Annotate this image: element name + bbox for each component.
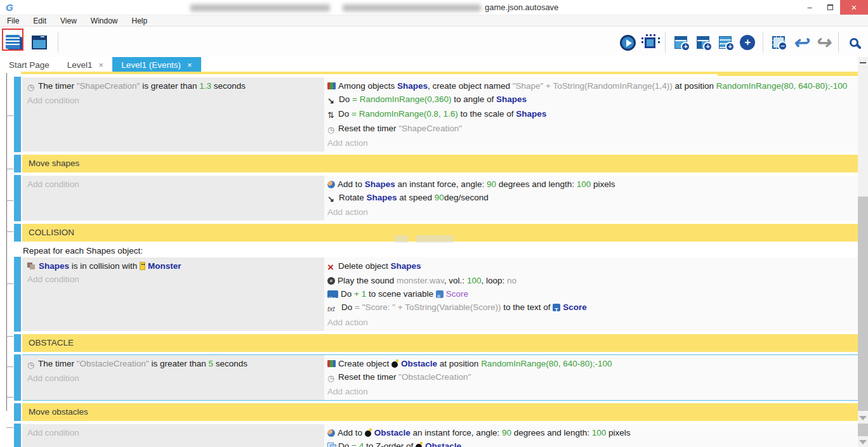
event-drag-handle[interactable] <box>14 257 21 332</box>
preview-play-icon[interactable] <box>619 33 636 52</box>
condition-row[interactable]: Shapes is in collision with Monster <box>22 259 324 273</box>
action-row[interactable]: Do = RandomInRange(0,360) to angle of Sh… <box>324 93 858 107</box>
undo-glyph: ↩ <box>793 34 808 51</box>
create-icon <box>327 82 336 89</box>
foreach-header[interactable]: Repeat for each Shapes object: <box>23 245 858 257</box>
action-row[interactable]: Do = RandomInRange(0.8, 1.6) to the scal… <box>324 107 858 122</box>
add-condition-row[interactable]: Add condition <box>22 426 324 439</box>
action-row[interactable]: Rotate Shapes at speed 90deg/second <box>324 191 858 205</box>
event-tree-rail <box>6 73 7 411</box>
vertical-scrollbar[interactable] <box>858 57 868 447</box>
comment-event[interactable]: OBSTACLE <box>14 334 858 352</box>
app-logo-icon: G <box>6 2 13 13</box>
action-row[interactable]: Among objects Shapes, create object name… <box>324 79 858 93</box>
add-event-icon[interactable]: + <box>672 33 690 52</box>
add-subevent-glyph: + <box>697 36 709 49</box>
restore-button[interactable] <box>820 0 840 15</box>
event-drag-handle[interactable] <box>14 155 21 172</box>
menu-item-edit[interactable]: Edit <box>26 16 53 25</box>
add-action-row[interactable]: Add action <box>324 205 858 219</box>
add-condition-row[interactable]: Add condition <box>22 178 324 191</box>
menu-item-help[interactable]: Help <box>125 16 155 25</box>
action-row[interactable]: Play the sound monster.wav, vol.: 100, l… <box>324 274 858 287</box>
action-row[interactable]: Do + 1 to scene variable Score <box>324 287 858 301</box>
add-other-event-icon[interactable]: + <box>739 33 756 52</box>
toolbar-divider <box>665 32 666 53</box>
toolbar-right: ++++–↩↪ <box>619 32 863 53</box>
text-segment: an instant force, angle: <box>395 179 487 189</box>
event-drag-handle[interactable] <box>14 403 21 421</box>
scene-editor-icon[interactable] <box>30 33 48 52</box>
comment-text[interactable]: Move obstacles <box>22 403 858 421</box>
condition-row[interactable]: The timer "ShapeCreation" is greater tha… <box>22 79 324 94</box>
action-row[interactable]: Add to Shapes an instant force, angle: 9… <box>324 178 858 191</box>
text-segment: The timer <box>38 81 77 91</box>
action-row[interactable]: Create object Obstacle at position Rando… <box>324 357 858 370</box>
action-row[interactable]: Add to Obstacle an instant force, angle:… <box>324 426 858 439</box>
action-row[interactable]: Delete object Shapes <box>324 259 858 274</box>
comment-text[interactable]: OBSTACLE <box>22 334 858 352</box>
tree-connector <box>6 336 13 337</box>
tab-level1-events-[interactable]: Level1 (Events)× <box>112 57 201 72</box>
tab-start-page[interactable]: Start Page <box>0 57 58 72</box>
add-condition-row[interactable]: Add condition <box>22 273 324 286</box>
obstacle-obj-icon <box>365 429 372 437</box>
debug-icon[interactable] <box>641 33 659 52</box>
redo-icon[interactable]: ↪ <box>814 33 832 52</box>
text-segment: RandomInRange(80, 640-80);-100 <box>481 359 612 368</box>
add-condition-row[interactable]: Add condition <box>22 94 324 107</box>
comment-event[interactable]: Move shapes <box>14 155 858 172</box>
tab-close-icon[interactable]: × <box>187 60 192 70</box>
event-drag-handle[interactable] <box>14 354 21 401</box>
scrollbar-thumb[interactable] <box>858 197 868 411</box>
text-segment: 100 <box>467 276 482 285</box>
scrollbar-thumb-2[interactable] <box>858 424 868 436</box>
condition-row[interactable]: The timer "ObstacleCreation" is greater … <box>22 357 324 372</box>
action-row[interactable]: Reset the timer "ObstacleCreation" <box>324 370 858 385</box>
add-subevent-icon[interactable]: + <box>694 33 712 52</box>
event-drag-handle[interactable] <box>14 334 21 352</box>
text-segment: to Z-order of <box>364 441 416 447</box>
event-drag-handle[interactable] <box>14 77 21 152</box>
scroll-down-icon[interactable] <box>859 440 867 444</box>
add-action-row[interactable]: Add action <box>324 385 858 398</box>
comment-text[interactable]: Move shapes <box>22 155 858 172</box>
restore-icon <box>827 4 833 10</box>
action-row[interactable]: Do = 4 to Z-order of Obstacle <box>324 439 858 447</box>
window-glyph <box>32 36 47 49</box>
menu-item-view[interactable]: View <box>53 16 84 25</box>
scroll-down-icon[interactable] <box>859 416 867 420</box>
delete-icon <box>327 261 336 274</box>
comment-event[interactable]: Move obstacles <box>14 403 858 421</box>
add-condition-row[interactable]: Add condition <box>22 372 324 385</box>
action-row[interactable]: Reset the timer "ShapeCreation" <box>324 122 858 136</box>
add-comment-icon[interactable]: + <box>716 33 734 52</box>
event-drag-handle[interactable] <box>14 175 21 221</box>
menu-item-window[interactable]: Window <box>84 16 125 25</box>
minimize-button[interactable]: – <box>799 0 820 15</box>
actions-column: Add to Shapes an instant force, angle: 9… <box>324 176 858 221</box>
preview-play-glyph <box>620 35 636 51</box>
text-segment: = "Score: " + ToString(Variable(Score)) <box>355 302 501 312</box>
tab-level1[interactable]: Level1× <box>58 57 112 72</box>
conditions-column: Shapes is in collision with MonsterAdd c… <box>22 257 324 331</box>
tab-close-icon[interactable]: × <box>99 60 104 70</box>
delete-event-icon[interactable]: – <box>770 33 787 52</box>
text-segment: = RandomInRange(0.8, 1.6) <box>352 109 458 119</box>
event-drag-handle[interactable] <box>14 224 21 242</box>
add-action-row[interactable]: Add action <box>324 316 858 329</box>
undo-icon[interactable]: ↩ <box>792 33 810 52</box>
event-drag-handle[interactable] <box>14 424 21 447</box>
event-block: Shapes is in collision with MonsterAdd c… <box>14 257 858 332</box>
menu-item-file[interactable]: File <box>0 16 26 25</box>
monster-obj-icon <box>140 262 145 270</box>
text-obj-icon <box>553 304 560 311</box>
tab-label: Level1 (Events) <box>121 60 181 70</box>
add-action-row[interactable]: Add action <box>324 136 858 150</box>
search-icon[interactable] <box>845 33 863 52</box>
create-icon <box>327 360 336 367</box>
add-comment-glyph: + <box>719 36 732 49</box>
close-button[interactable]: × <box>840 0 868 15</box>
action-row[interactable]: Do = "Score: " + ToString(Variable(Score… <box>324 301 858 316</box>
ghost-tab <box>395 235 408 243</box>
